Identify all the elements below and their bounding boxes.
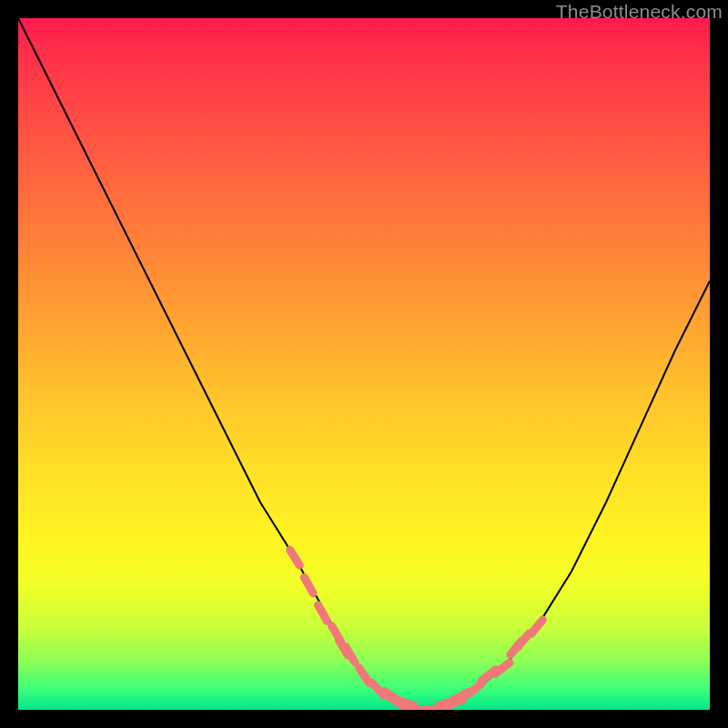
marker-dash	[359, 668, 369, 683]
marker-dash	[318, 605, 328, 621]
marker-dash	[304, 578, 313, 593]
curve-layer	[18, 18, 710, 710]
chart-frame: TheBottleneck.com	[0, 0, 728, 728]
marker-dash	[495, 662, 510, 673]
bottleneck-curve	[18, 18, 710, 710]
chart-svg	[18, 18, 710, 710]
marker-dash	[346, 647, 355, 662]
marker-dash	[517, 633, 529, 647]
marker-dash	[531, 620, 543, 633]
marker-dash	[468, 683, 482, 694]
plot-area	[18, 18, 710, 710]
marker-dash	[290, 550, 300, 565]
marker-layer	[290, 550, 543, 710]
